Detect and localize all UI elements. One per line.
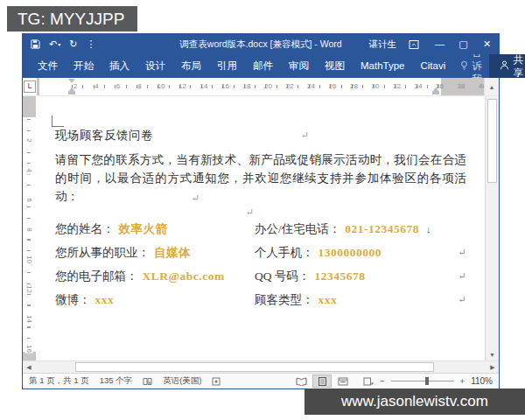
share-button[interactable]: 共享 [489,54,525,78]
maximize-button[interactable]: ▢ [452,34,475,54]
scroll-up-button[interactable]: ▲ [484,78,499,95]
vertical-scrollbar-thumb[interactable] [487,99,497,183]
ruler-number: 40 [479,82,484,90]
first-line-indent-marker[interactable] [68,79,75,83]
document-page[interactable]: 现场顾客反馈问卷 ↵ 请留下您的联系方式，当有新技术、新产品或促销展示活动时，我… [36,96,485,360]
document-area: 246810121416 现场顾客反馈问卷 ↵ 请留下您的联系方式，当有新技术、… [23,96,499,360]
margin-corner-mark [52,116,64,127]
field-label: 办公/住宅电话： [255,221,340,237]
ruler-number: 12 [25,285,33,294]
field-label: 个人手机： [255,245,314,261]
field-label: 您所从事的职业： [55,245,150,261]
ruler-number: 24 [307,82,315,90]
zoom-out-button[interactable]: − [380,376,385,386]
ruler-number: 16 [25,345,33,354]
title-bar: ↶ ▾ ↻ ⋮ 调查表word版本.docx [兼容模式] - Word 谌计生… [23,34,499,54]
page-indicator[interactable]: 第 1 页，共 1 页 [29,375,89,387]
spellcheck-icon[interactable] [143,377,152,386]
tab-file[interactable]: 文件 [30,54,66,78]
field-value: 12345678 [314,270,365,284]
tab-review[interactable]: 审阅 [281,54,317,78]
ruler-number: 34 [415,82,423,90]
ruler-number: 18 [243,82,251,90]
zoom-slider[interactable] [391,376,454,386]
chevron-down-icon: ▾ [58,42,60,47]
redo-button[interactable]: ↻ [69,39,77,49]
field-value: xxx [95,293,115,307]
ribbon-display-options-icon[interactable] [409,39,419,50]
paragraph-mark: ↵ [192,192,200,204]
tab-references[interactable]: 引用 [209,54,245,78]
left-indent-marker[interactable] [68,92,75,94]
zoom-level-icon[interactable] [363,377,374,386]
web-layout-button[interactable] [333,374,353,388]
field-value: 自媒体 [154,245,191,261]
zoom-slider-thumb[interactable] [425,377,429,385]
intro-paragraph: 请留下您的联系方式，当有新技术、新产品或促销展示活动时，我们会在合适的时间，以最… [55,150,466,206]
field-label: 您的姓名： [55,221,115,237]
close-button[interactable]: ✕ [475,34,499,54]
paragraph-mark: ↵ [301,130,309,141]
macro-record-icon[interactable] [212,377,220,386]
form-rows: 您的姓名：效率火箭办公/住宅电话：021-12345678↓您所从事的职业：自媒… [55,217,466,312]
tab-citavi[interactable]: Citavi [413,54,454,78]
print-layout-button[interactable] [312,374,332,388]
form-row-1: 您所从事的职业：自媒体个人手机：1300000000↵ [55,241,466,264]
quick-access-toolbar: ↶ ▾ ↻ ⋮ [23,39,95,49]
tg-badge: TG: MYYJJPP [7,6,137,32]
ruler-number: 8 [137,82,141,90]
tab-insert[interactable]: 插入 [102,54,137,78]
horizontal-scrollbar[interactable]: ◀ ▶ [23,360,499,373]
account-user-name[interactable]: 谌计生 [369,38,397,51]
tab-layout[interactable]: 布局 [173,54,209,78]
field-label: 微博： [55,292,91,308]
vertical-scrollbar[interactable]: ▼ [485,96,499,360]
ruler-number: 6 [116,82,120,90]
field-label: 顾客类型： [255,292,314,308]
scroll-left-button[interactable]: ◀ [23,364,35,371]
undo-icon: ↶ [49,39,57,49]
ruler-number: 30 [372,82,380,90]
zoom-percent[interactable]: 110% [471,376,493,386]
ruler-number: 4 [25,166,33,175]
tab-mailings[interactable]: 邮件 [245,54,281,78]
vertical-ruler[interactable]: 246810121416 [23,96,36,360]
scroll-right-button[interactable]: ▶ [486,364,499,371]
field-value: xxx [318,293,338,307]
ruler-number: 14 [25,315,33,324]
language-indicator[interactable]: 英语(美国) [163,375,201,387]
tab-design[interactable]: 设计 [137,54,173,78]
right-indent-marker-base[interactable] [432,92,439,94]
horizontal-scrollbar-track[interactable] [35,361,486,373]
ruler-number: 20 [264,82,272,90]
word-count[interactable]: 135 个字 [100,375,133,387]
form-row-3: 微博：xxx顾客类型：xxx↵ [55,288,466,312]
zoom-in-button[interactable]: + [460,376,466,386]
ruler-ticks [72,85,443,88]
tab-home[interactable]: 开始 [66,54,102,78]
undo-button[interactable]: ↶ ▾ [49,39,60,49]
tab-view[interactable]: 视图 [317,54,353,78]
minimize-button[interactable]: — [428,34,452,54]
watermark: www.jasonlewistv.com [304,388,525,415]
ruler-number: 4 [94,82,98,90]
qat-more-button[interactable]: ⋮ [86,39,95,49]
tab-stop-selector[interactable]: L [24,80,36,93]
paragraph-mark: ↵ [458,270,466,282]
horizontal-ruler[interactable]: 246810121416182022242628303234363840 [37,78,484,95]
save-icon[interactable] [31,39,40,49]
share-label: 共享 [514,53,524,80]
ruler-number: 8 [25,226,33,234]
status-bar: 第 1 页，共 1 页 135 个字 英语(美国) − [23,373,499,388]
ruler-number: 22 [286,82,294,90]
tab-mathtype[interactable]: MathType [353,54,413,78]
ruler-number: 10 [158,82,165,90]
scroll-down-button[interactable]: ▼ [486,349,499,360]
read-mode-button[interactable] [291,374,311,388]
form-row-2: 您的电子邮箱：XLR@abc.comQQ 号码：12345678↵ [55,264,466,288]
field-value: 效率火箭 [119,221,168,237]
field-value: XLR@abc.com [143,270,225,284]
ruler-number: 6 [25,196,33,205]
zoom-controls: − + 110% [363,376,493,386]
horizontal-scrollbar-thumb[interactable] [75,362,434,372]
